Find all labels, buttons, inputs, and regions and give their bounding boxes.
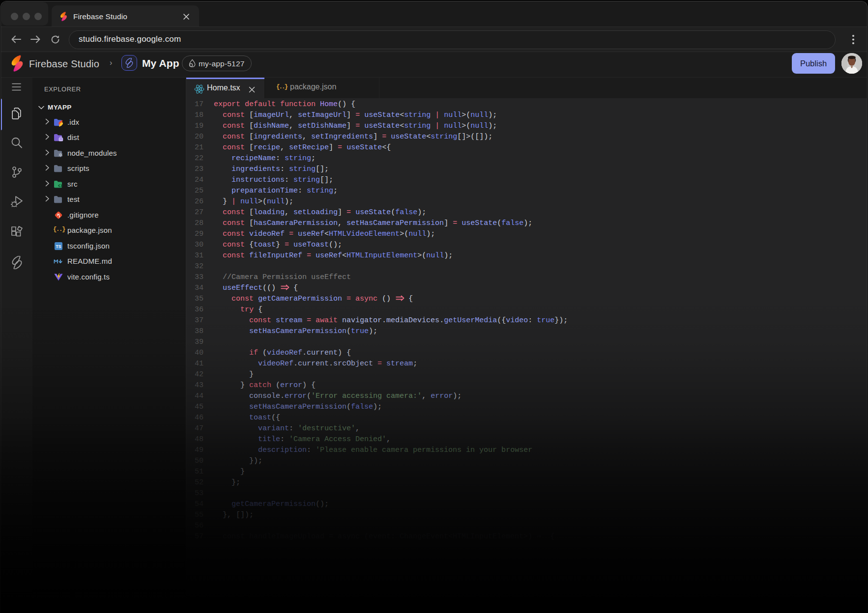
svg-text:TS: TS [56, 244, 61, 249]
